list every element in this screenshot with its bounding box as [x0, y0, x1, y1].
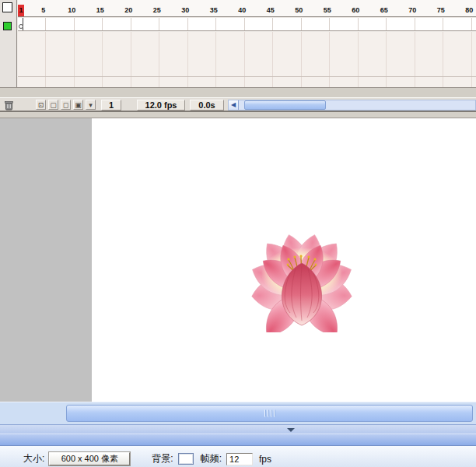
ruler-number: 5: [41, 6, 45, 14]
stage-scrollbar-thumb[interactable]: [66, 405, 473, 422]
ruler-number: 25: [153, 6, 161, 14]
fps-unit-label: fps: [259, 454, 271, 465]
stage-canvas[interactable]: [92, 118, 476, 402]
current-frame-display: 1: [101, 100, 121, 111]
panel-collapse-handle[interactable]: [274, 427, 308, 433]
properties-titlebar[interactable]: [0, 434, 476, 446]
timeline-panel: 5101520253035404550556065707580 1: [0, 0, 476, 97]
scrollbar-grip: [264, 410, 275, 417]
collapse-arrow-icon: [287, 428, 295, 432]
scroll-left-button[interactable]: ◀: [229, 100, 239, 110]
ruler-number: 50: [295, 6, 303, 14]
properties-panel: 大小: 600 x 400 像素 背景: 帧频: fps: [0, 446, 476, 467]
ruler-number: 20: [124, 6, 132, 14]
ruler-number: 15: [96, 6, 104, 14]
framerate-input[interactable]: [226, 453, 253, 465]
timeline-corner-box: [2, 2, 12, 12]
background-color-swatch[interactable]: [178, 453, 194, 465]
timeline-scrollbar-thumb[interactable]: [244, 100, 326, 110]
ruler-number: 45: [267, 6, 275, 14]
pasteboard: [0, 118, 476, 402]
background-label: 背景:: [152, 452, 173, 465]
ruler-number: 70: [408, 6, 416, 14]
size-label: 大小:: [23, 452, 44, 465]
onion-skin-outlines-icon[interactable]: ◻: [61, 100, 71, 110]
stage-hscrollbar[interactable]: [0, 402, 476, 424]
onion-skin-icon[interactable]: ▢: [48, 100, 58, 110]
ruler-number: 30: [181, 6, 189, 14]
ruler-number: 65: [380, 6, 388, 14]
app-window: 5101520253035404550556065707580 1 ⊡▢◻▣▾ …: [0, 0, 476, 467]
timeline-bottom-strip: [0, 87, 476, 97]
layer-frames-row[interactable]: [18, 18, 476, 31]
frame-rate-display[interactable]: 12.0 fps: [137, 100, 185, 111]
modify-onion-markers-icon[interactable]: ▾: [86, 100, 96, 110]
elapsed-time-display: 0.0s: [190, 100, 224, 111]
trash-icon-glyph: [5, 100, 13, 111]
playhead[interactable]: 1: [18, 5, 24, 16]
center-frame-icon[interactable]: ⊡: [36, 100, 46, 110]
layer-controls-column: [0, 0, 17, 97]
timeline-footer: ⊡▢◻▣▾ 1 12.0 fps 0.0s ◀: [0, 97, 476, 111]
trash-icon[interactable]: [3, 100, 14, 111]
timeline-hscrollbar[interactable]: ◀: [228, 100, 476, 111]
ruler-number: 75: [437, 6, 445, 14]
layer-outline-color-swatch[interactable]: [3, 22, 12, 30]
framerate-label: 帧频:: [201, 452, 222, 465]
edit-multiple-frames-icon[interactable]: ▣: [73, 100, 83, 110]
onion-skin-toolbar: ⊡▢◻▣▾: [36, 100, 96, 110]
document-size-button[interactable]: 600 x 400 像素: [49, 452, 130, 465]
lotus-flower-image[interactable]: [222, 196, 385, 332]
empty-frames-area[interactable]: [18, 32, 476, 87]
timeline-stage-divider: [0, 111, 476, 118]
ruler-number: 40: [238, 6, 246, 14]
ruler-number: 35: [210, 6, 218, 14]
timeline-frames-area: 5101520253035404550556065707580 1: [18, 0, 476, 97]
ruler-number: 60: [352, 6, 359, 14]
frame-ruler[interactable]: 5101520253035404550556065707580 1: [18, 0, 476, 17]
ruler-number: 10: [68, 6, 75, 14]
properties-row: 大小: 600 x 400 像素 背景: 帧频: fps: [23, 452, 271, 465]
panel-collapse-strip: [0, 424, 476, 434]
empty-keyframe-marker[interactable]: [18, 18, 23, 30]
ruler-number: 55: [324, 6, 331, 14]
ruler-number: 80: [465, 6, 473, 14]
